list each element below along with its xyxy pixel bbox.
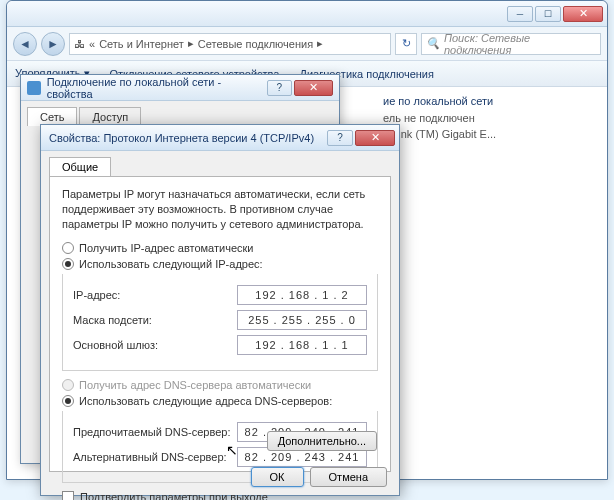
ipv4-titlebar: Свойства: Протокол Интернета версии 4 (T… [41, 125, 399, 151]
radio-dns-auto: Получить адрес DNS-сервера автоматически [62, 379, 378, 391]
alternate-dns-label: Альтернативный DNS-сервер: [73, 451, 237, 463]
gateway-input[interactable]: 192 . 168 . 1 . 1 [237, 335, 367, 355]
props-title: Подключение по локальной сети - свойства [47, 76, 265, 100]
radio-icon [62, 395, 74, 407]
breadcrumb-icon: 🖧 [74, 38, 85, 50]
network-icon [27, 81, 41, 95]
gateway-label: Основной шлюз: [73, 339, 237, 351]
breadcrumb[interactable]: 🖧 « Сеть и Интернет ▸ Сетевые подключени… [69, 33, 391, 55]
ipv4-properties-dialog: Свойства: Протокол Интернета версии 4 (T… [40, 124, 400, 496]
close-button[interactable]: ✕ [563, 6, 603, 22]
cancel-button[interactable]: Отмена [310, 467, 387, 487]
radio-label: Использовать следующий IP-адрес: [79, 258, 263, 270]
breadcrumb-part[interactable]: Сеть и Интернет [99, 38, 184, 50]
radio-ip-auto[interactable]: Получить IP-адрес автоматически [62, 242, 378, 254]
ip-address-input[interactable]: 192 . 168 . 1 . 2 [237, 285, 367, 305]
advanced-button[interactable]: Дополнительно... [267, 431, 377, 451]
close-button[interactable]: ✕ [355, 130, 395, 146]
subnet-mask-input[interactable]: 255 . 255 . 255 . 0 [237, 310, 367, 330]
confirm-label: Подтвердить параметры при выходе [80, 491, 268, 500]
radio-icon [62, 258, 74, 270]
search-placeholder: Поиск: Сетевые подключения [444, 32, 596, 56]
radio-label: Получить IP-адрес автоматически [79, 242, 253, 254]
help-button[interactable]: ? [267, 80, 292, 96]
breadcrumb-sep: « [89, 38, 95, 50]
nav-forward-button[interactable]: ► [41, 32, 65, 56]
radio-icon [62, 242, 74, 254]
radio-ip-manual[interactable]: Использовать следующий IP-адрес: [62, 258, 378, 270]
explorer-titlebar: ─ ☐ ✕ [7, 1, 607, 27]
ipv4-description: Параметры IP могут назначаться автоматич… [62, 187, 378, 232]
radio-icon [62, 379, 74, 391]
chevron-right-icon: ▸ [188, 37, 194, 50]
props-titlebar: Подключение по локальной сети - свойства… [21, 75, 339, 101]
radio-label: Использовать следующие адреса DNS-сервер… [79, 395, 332, 407]
ok-button[interactable]: ОК [251, 467, 304, 487]
search-icon: 🔍 [426, 37, 440, 50]
subnet-mask-label: Маска подсети: [73, 314, 237, 326]
preferred-dns-label: Предпочитаемый DNS-сервер: [73, 426, 237, 438]
minimize-button[interactable]: ─ [507, 6, 533, 22]
maximize-button[interactable]: ☐ [535, 6, 561, 22]
props-tabs: Сеть Доступ [21, 101, 339, 126]
checkbox-icon [62, 491, 74, 500]
search-input[interactable]: 🔍 Поиск: Сетевые подключения [421, 33, 601, 55]
radio-dns-manual[interactable]: Использовать следующие адреса DNS-сервер… [62, 395, 378, 407]
ip-group: IP-адрес: 192 . 168 . 1 . 2 Маска подсет… [62, 274, 378, 371]
connection-name: ие по локальной сети [383, 93, 583, 110]
breadcrumb-part[interactable]: Сетевые подключения [198, 38, 313, 50]
help-button[interactable]: ? [327, 130, 353, 146]
chevron-right-icon: ▸ [317, 37, 323, 50]
close-button[interactable]: ✕ [294, 80, 333, 96]
confirm-checkbox-row[interactable]: Подтвердить параметры при выходе [62, 491, 378, 500]
connection-adapter: etLink (TM) Gigabit E... [383, 126, 583, 143]
nav-back-button[interactable]: ◄ [13, 32, 37, 56]
radio-label: Получить адрес DNS-сервера автоматически [79, 379, 311, 391]
ipv4-panel: Параметры IP могут назначаться автоматич… [49, 176, 391, 472]
ip-address-label: IP-адрес: [73, 289, 237, 301]
connection-item[interactable]: ие по локальной сети ель не подключен et… [383, 89, 583, 143]
ipv4-title: Свойства: Протокол Интернета версии 4 (T… [49, 132, 314, 144]
explorer-nav: ◄ ► 🖧 « Сеть и Интернет ▸ Сетевые подклю… [7, 27, 607, 61]
refresh-button[interactable]: ↻ [395, 33, 417, 55]
connection-status: ель не подключен [383, 110, 583, 127]
tab-general[interactable]: Общие [49, 157, 111, 176]
